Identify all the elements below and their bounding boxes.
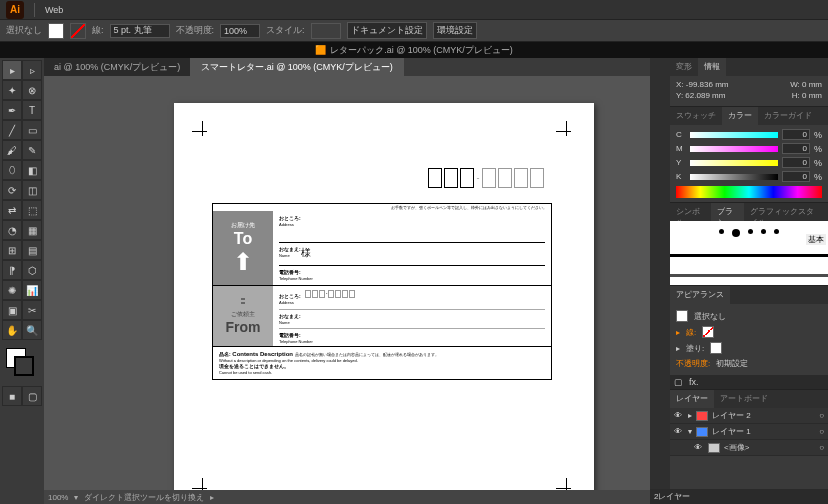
web-label[interactable]: Web	[45, 5, 63, 15]
blob-brush-tool[interactable]: ⬯	[2, 160, 22, 180]
cyan-slider[interactable]	[690, 132, 778, 138]
rectangle-tool[interactable]: ▭	[22, 120, 42, 140]
layers-tab[interactable]: レイヤー	[670, 390, 714, 408]
zoom-level[interactable]: 100%	[48, 493, 68, 502]
layers-panel: レイヤー アートボード 👁▸レイヤー 2○ 👁▾レイヤー 1○ 👁<画像>○ 2…	[670, 390, 828, 504]
colorguide-tab[interactable]: カラーガイド	[758, 107, 818, 125]
screen-mode[interactable]: ▢	[22, 386, 42, 406]
arrow-up-icon: ⬆	[233, 248, 253, 276]
doc-icon: 🟧	[315, 45, 326, 55]
layer-row[interactable]: 👁<画像>○	[670, 440, 828, 456]
opacity-input[interactable]	[220, 24, 260, 38]
color-tab[interactable]: カラー	[722, 107, 758, 125]
app-logo: Ai	[6, 1, 24, 19]
info-panel: 変形 情報 X: -99.836 mmW: 0 mm Y: 62.089 mmH…	[670, 58, 828, 107]
tab-1[interactable]: ai @ 100% (CMYK/プレビュー)	[44, 58, 191, 76]
type-tool[interactable]: T	[22, 100, 42, 120]
width-tool[interactable]: ⇄	[2, 200, 22, 220]
fx-menu[interactable]: fx.	[689, 377, 699, 387]
tab-2[interactable]: スマートレター.ai @ 100% (CMYK/プレビュー)	[191, 58, 404, 76]
toolbox: ▸▹ ✦⊗ ✒T ╱▭ 🖌✎ ⬯◧ ⟳◫ ⇄⬚ ◔▦ ⊞▤ ⁋⬡ ✺📊 ▣✂ ✋…	[0, 58, 44, 504]
rotate-tool[interactable]: ⟳	[2, 180, 22, 200]
doc-setup-button[interactable]: ドキュメント設定	[347, 22, 427, 39]
yellow-slider[interactable]	[690, 160, 778, 166]
prefs-button[interactable]: 環境設定	[433, 22, 477, 39]
shape-builder-tool[interactable]: ◔	[2, 220, 22, 240]
stroke-swatch[interactable]	[70, 23, 86, 39]
paintbrush-tool[interactable]: 🖌	[2, 140, 22, 160]
scale-tool[interactable]: ◫	[22, 180, 42, 200]
magenta-slider[interactable]	[690, 146, 778, 152]
direct-selection-tool[interactable]: ▹	[22, 60, 42, 80]
stroke-color[interactable]	[14, 356, 34, 376]
transform-tab[interactable]: 変形	[670, 58, 698, 76]
style-swatch[interactable]	[311, 23, 341, 39]
artboard: - お手数ですが、強くボールペン等で記入し、枠外にはみ出さないようにしてください…	[174, 103, 594, 504]
eyedropper-tool[interactable]: ⁋	[2, 260, 22, 280]
blend-tool[interactable]: ⬡	[22, 260, 42, 280]
line-tool[interactable]: ╱	[2, 120, 22, 140]
hand-tool[interactable]: ✋	[2, 320, 22, 340]
window-title: レターパック.ai @ 100% (CMYK/プレビュー)	[330, 44, 513, 57]
spectrum[interactable]	[676, 186, 822, 198]
lasso-tool[interactable]: ⊗	[22, 80, 42, 100]
color-panel: スウォッチ カラー カラーガイド C0% M0% Y0% K0%	[670, 107, 828, 203]
swatch-tab[interactable]: スウォッチ	[670, 107, 722, 125]
brush-tab[interactable]: ブラシ	[711, 203, 745, 221]
graph-tool[interactable]: 📊	[22, 280, 42, 300]
selection-label: 選択なし	[6, 24, 42, 37]
status-tip: ダイレクト選択ツールを切り換え	[84, 492, 204, 503]
layer-row[interactable]: 👁▾レイヤー 1○	[670, 424, 828, 440]
free-transform-tool[interactable]: ⬚	[22, 200, 42, 220]
fill-swatch[interactable]	[48, 23, 64, 39]
fx-button[interactable]: ▢	[674, 377, 683, 387]
artboards-tab[interactable]: アートボード	[714, 390, 774, 408]
pen-tool[interactable]: ✒	[2, 100, 22, 120]
mesh-tool[interactable]: ⊞	[2, 240, 22, 260]
opacity-label: 不透明度:	[176, 24, 215, 37]
gstyle-tab[interactable]: グラフィックスタイル	[744, 203, 828, 221]
stroke-label: 線:	[92, 24, 104, 37]
stroke-weight-input[interactable]	[110, 24, 170, 38]
artboard-tool[interactable]: ▣	[2, 300, 22, 320]
magic-wand-tool[interactable]: ✦	[2, 80, 22, 100]
zoom-tool[interactable]: 🔍	[22, 320, 42, 340]
symbol-tab[interactable]: シンボル	[670, 203, 711, 221]
appearance-tab[interactable]: アピアランス	[670, 286, 730, 304]
symbol-sprayer-tool[interactable]: ✺	[2, 280, 22, 300]
postal-code-boxes: -	[428, 168, 544, 188]
eraser-tool[interactable]: ◧	[22, 160, 42, 180]
color-mode[interactable]: ■	[2, 386, 22, 406]
layer-row[interactable]: 👁▸レイヤー 2○	[670, 408, 828, 424]
letter-form: お手数ですが、強くボールペン等で記入し、枠外にはみ出さないようにしてください。 …	[212, 203, 552, 380]
brush-panel: シンボル ブラシ グラフィックスタイル 基本	[670, 203, 828, 286]
fill-stroke-control[interactable]	[2, 346, 42, 386]
style-label: スタイル:	[266, 24, 305, 37]
canvas[interactable]: ai @ 100% (CMYK/プレビュー) スマートレター.ai @ 100%…	[44, 58, 650, 504]
perspective-tool[interactable]: ▦	[22, 220, 42, 240]
appearance-panel: アピアランス 選択なし ▸ 線: ▸ 塗り: 不透明度: 初期設定 ▢fx.	[670, 286, 828, 390]
info-tab[interactable]: 情報	[698, 58, 726, 76]
pencil-tool[interactable]: ✎	[22, 140, 42, 160]
black-slider[interactable]	[690, 174, 778, 180]
slice-tool[interactable]: ✂	[22, 300, 42, 320]
selection-tool[interactable]: ▸	[2, 60, 22, 80]
gradient-tool[interactable]: ▤	[22, 240, 42, 260]
